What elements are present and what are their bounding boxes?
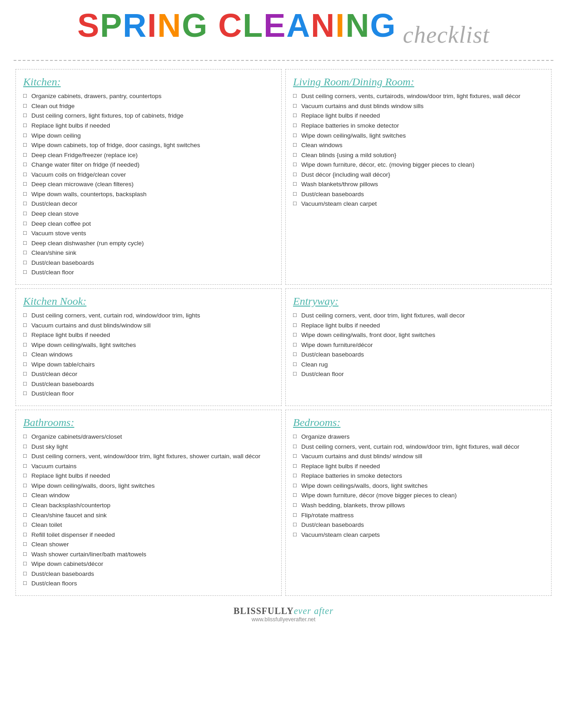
list-item: Vacuum/steam clean carpet	[293, 199, 544, 208]
list-item: Dust/clean floor	[23, 268, 274, 277]
entryway-title: Entryway:	[293, 295, 544, 307]
list-item: Deep clean Fridge/freezer (replace ice)	[23, 151, 274, 160]
list-item: Dust/clean décor	[23, 370, 274, 379]
section-bathrooms: Bathrooms: Organize cabinets/drawers/clo…	[15, 410, 282, 596]
letter-l: L	[243, 7, 264, 44]
letter-n3: N	[345, 7, 370, 44]
list-item: Replace light bulbs if needed	[293, 321, 544, 330]
list-item: Dust ceiling corners, vent, door trim, l…	[293, 311, 544, 320]
list-item: Wipe down walls, countertops, backsplash	[23, 190, 274, 199]
list-item: Clean out fridge	[23, 102, 274, 111]
list-item: Wipe down ceiling/walls, front door, lig…	[293, 331, 544, 340]
main-title: SPRING CLEANING	[77, 9, 396, 42]
letter-r: R	[123, 7, 147, 44]
list-item: Clean blinds {using a mild solution}	[293, 151, 544, 160]
list-item: Clean shower	[23, 540, 274, 549]
list-item: Replace light bulbs if needed	[23, 471, 274, 480]
letter-g: G	[182, 7, 208, 44]
letter-c: C	[218, 7, 243, 44]
kitchen-list: Organize cabinets, drawers, pantry, coun…	[23, 92, 274, 277]
bathrooms-list: Organize cabinets/drawers/closet Dust sk…	[23, 432, 274, 588]
list-item: Wash blankets/throw pillows	[293, 180, 544, 189]
section-bedrooms: Bedrooms: Organize drawers Dust ceiling …	[285, 410, 552, 596]
list-item: Dust/clean floors	[23, 579, 274, 588]
list-item: Dust/clean floor	[23, 389, 274, 398]
list-item: Dust/clean baseboards	[23, 570, 274, 579]
list-item: Clean window	[23, 491, 274, 500]
list-item: Wipe down furniture/décor	[293, 341, 544, 350]
list-item: Dust/clean baseboards	[23, 258, 274, 267]
list-item: Dust ceiling corners, vent, curtain rod,…	[23, 311, 274, 320]
entryway-list: Dust ceiling corners, vent, door trim, l…	[293, 311, 544, 379]
list-item: Vacuum curtains	[23, 462, 274, 471]
list-item: Vacuum curtains and dust blinds/window s…	[23, 321, 274, 330]
kitchen-nook-title: Kitchen Nook:	[23, 295, 274, 307]
list-item: Wipe down ceiling/walls, doors, light sw…	[23, 481, 274, 490]
letter-g2: G	[370, 7, 396, 44]
list-item: Deep clean microwave (clean filteres)	[23, 180, 274, 189]
list-item: Replace light bulbs if needed	[293, 111, 544, 120]
kitchen-nook-list: Dust ceiling corners, vent, curtain rod,…	[23, 311, 274, 398]
page-header: SPRING CLEANING checklist	[14, 9, 553, 52]
list-item: Vacuum/steam clean carpets	[293, 530, 544, 540]
list-item: Vacuum stove vents	[23, 229, 274, 238]
footer-ever: ever after	[294, 606, 333, 616]
list-item: Wipe down cabinets/décor	[23, 560, 274, 569]
list-item: Flip/rotate mattress	[293, 511, 544, 520]
list-item: Wash bedding, blankets, throw pillows	[293, 501, 544, 510]
list-item: Organize drawers	[293, 432, 544, 441]
letter-e: E	[264, 7, 286, 44]
list-item: Refill toilet dispenser if needed	[23, 530, 274, 540]
list-item: Dust/clean baseboards	[23, 380, 274, 389]
bathrooms-title: Bathrooms:	[23, 416, 274, 429]
list-item: Dust/clean floor	[293, 370, 544, 379]
section-living-room: Living Room/Dining Room: Dust ceiling co…	[285, 69, 552, 285]
letter-n2: N	[311, 7, 335, 44]
list-item: Wipe down cabinets, top of fridge, door …	[23, 141, 274, 150]
list-item: Vacuum curtains and dust blinds window s…	[293, 102, 544, 111]
letter-i2: I	[335, 7, 345, 44]
list-item: Deep clean coffee pot	[23, 219, 274, 228]
letter-p: P	[100, 7, 123, 44]
list-item: Clean/shine faucet and sink	[23, 511, 274, 520]
list-item: Replace batteries in smoke detectors	[293, 471, 544, 480]
list-item: Vacuum coils on fridge/clean cover	[23, 170, 274, 179]
list-item: Clean windows	[293, 141, 544, 150]
list-item: Vacuum curtains and dust blinds/ window …	[293, 452, 544, 461]
footer-brand: BLISSFULLYever after	[14, 606, 553, 616]
list-item: Clean/shine sink	[23, 248, 274, 258]
list-item: Wipe down ceiling/walls, light switches	[23, 341, 274, 350]
list-item: Change water filter on fridge (if needed…	[23, 160, 274, 169]
footer: BLISSFULLYever after www.blissfullyevera…	[14, 606, 553, 623]
letter-s: S	[77, 7, 100, 44]
list-item: Clean backsplash/countertop	[23, 501, 274, 510]
list-item: Dust/clean baseboards	[293, 350, 544, 359]
kitchen-title: Kitchen:	[23, 76, 274, 88]
list-item: Wipe down ceilings/walls, doors, light s…	[293, 481, 544, 490]
list-item: Deep clean dishwasher (run empty cycle)	[23, 239, 274, 248]
list-item: Replace light bulbs if needed	[23, 121, 274, 130]
list-item: Wipe down ceiling/walls, light switches	[293, 131, 544, 140]
list-item: Dust ceiling corners, vent, curtain rod,…	[293, 442, 544, 451]
list-item: Dust sky light	[23, 442, 274, 451]
list-item: Replace light bulbs if needed	[23, 331, 274, 340]
checklist-grid: Kitchen: Organize cabinets, drawers, pan…	[14, 67, 553, 598]
subtitle: checklist	[403, 21, 490, 48]
list-item: Organize cabinets, drawers, pantry, coun…	[23, 92, 274, 101]
bedrooms-title: Bedrooms:	[293, 416, 544, 429]
list-item: Dust/clean decor	[23, 199, 274, 208]
list-item: Clean windows	[23, 350, 274, 359]
bedrooms-list: Organize drawers Dust ceiling corners, v…	[293, 432, 544, 539]
header-divider	[14, 60, 553, 61]
section-entryway: Entryway: Dust ceiling corners, vent, do…	[285, 288, 552, 406]
list-item: Replace light bulbs if needed	[293, 462, 544, 471]
list-item: Dust/clean baseboards	[293, 520, 544, 530]
list-item: Dust ceiling corners, light fixtures, to…	[23, 111, 274, 120]
section-kitchen-nook: Kitchen Nook: Dust ceiling corners, vent…	[15, 288, 282, 406]
list-item: Wipe down ceiling	[23, 131, 274, 140]
list-item: Clean rug	[293, 360, 544, 369]
letter-a: A	[286, 7, 311, 44]
list-item: Dust/clean baseboards	[293, 190, 544, 199]
living-room-title: Living Room/Dining Room:	[293, 76, 544, 88]
section-kitchen: Kitchen: Organize cabinets, drawers, pan…	[15, 69, 282, 285]
